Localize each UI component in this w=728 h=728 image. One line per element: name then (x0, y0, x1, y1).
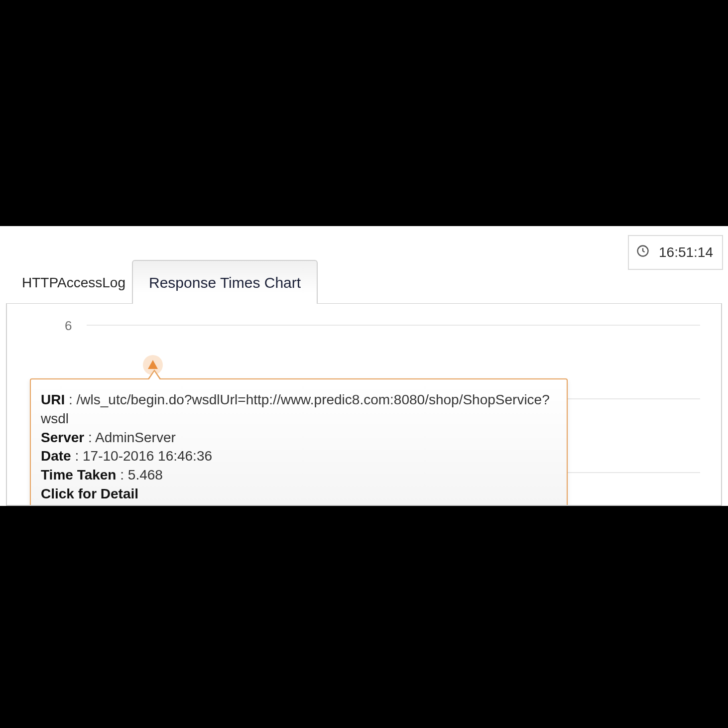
tab-response-times-chart[interactable]: Response Times Chart (132, 260, 318, 306)
tooltip-time-taken-value: 5.468 (128, 467, 163, 483)
clock-time: 16:51:14 (659, 244, 713, 260)
tooltip-row-time-taken: Time Taken : 5.468 (41, 466, 552, 485)
tab-http-access-log[interactable]: HTTPAccessLog (22, 275, 125, 291)
tooltip-row-uri: URI : /wls_utc/begin.do?wsdlUrl=http://w… (41, 390, 552, 428)
clock-icon (636, 244, 650, 261)
tab-response-times-chart-label: Response Times Chart (149, 274, 301, 291)
tooltip-date-value: 17-10-2016 16:46:36 (83, 448, 212, 464)
tooltip-uri-label: URI (41, 392, 65, 407)
tooltip-uri-value: /wls_utc/begin.do?wsdlUrl=http://www.pre… (41, 392, 550, 426)
tooltip-time-taken-label: Time Taken (41, 467, 116, 483)
y-tick-6: 6 (65, 318, 72, 334)
tooltip-date-label: Date (41, 448, 71, 464)
tooltip-server-label: Server (41, 430, 84, 445)
clock-badge: 16:51:14 (628, 235, 723, 270)
tooltip-click-for-detail[interactable]: Click for Detail (41, 485, 138, 503)
gridline (87, 325, 700, 326)
triangle-marker-icon (148, 360, 158, 369)
response-times-chart-panel: 6 ond) URI : /wls_utc/begin.do?wsdlUrl=h… (6, 304, 722, 506)
content-stage: 16:51:14 HTTPAccessLog Response Times Ch… (0, 226, 728, 506)
chart-tooltip: URI : /wls_utc/begin.do?wsdlUrl=http://w… (30, 378, 568, 506)
tooltip-row-server: Server : AdminServer (41, 428, 552, 447)
tooltip-row-date: Date : 17-10-2016 16:46:36 (41, 447, 552, 466)
tooltip-server-value: AdminServer (95, 430, 176, 445)
